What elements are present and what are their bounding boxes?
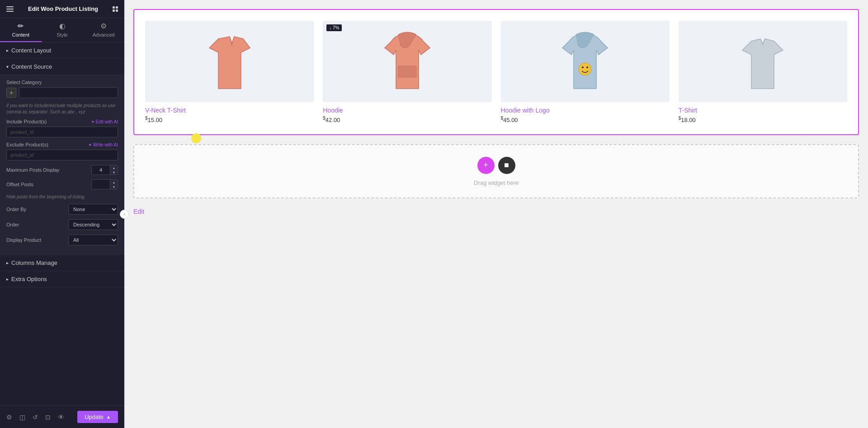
tab-style-label: Style: [57, 32, 67, 38]
select-category-label: Select Category: [6, 80, 118, 85]
product-grid-wrapper: V-Neck T-Shirt $15.00 ↓ 7%: [133, 9, 859, 135]
include-products-label: Include Product(s): [6, 119, 47, 124]
order-row: Order Descending Ascending: [6, 219, 118, 230]
main-content: V-Neck T-Shirt $15.00 ↓ 7%: [124, 0, 868, 428]
svg-point-1: [582, 66, 584, 68]
update-chevron-icon: ▲: [106, 414, 111, 419]
max-posts-up[interactable]: ▲: [110, 165, 118, 170]
footer-icons: ⚙ ◫ ↺ ⊡ 👁: [6, 414, 64, 421]
include-products-input[interactable]: [6, 127, 118, 137]
tab-content-label: Content: [12, 32, 30, 38]
section-content-source[interactable]: ▾ Content Source: [0, 59, 124, 75]
content-source-body: Select Category + if you want to include…: [0, 75, 124, 255]
offset-posts-spinners: ▲ ▼: [110, 180, 118, 189]
write-with-ai-link[interactable]: ✦ Write with AI: [88, 142, 118, 147]
offset-down[interactable]: ▼: [110, 184, 118, 189]
sparkle-icon: ✦: [91, 119, 94, 124]
include-products-label-row: Include Product(s) ✦ Edit with AI: [6, 119, 118, 124]
settings-icon[interactable]: ⚙: [6, 414, 12, 421]
tshirt-svg: [733, 30, 792, 93]
sidebar: Edit Woo Product Listing ✏ Content ◐ Sty…: [0, 0, 124, 428]
hint-text: if you want to include/exclude multiple …: [6, 103, 118, 115]
update-button[interactable]: Update ▲: [77, 411, 118, 423]
widget-icon[interactable]: ■: [498, 157, 515, 174]
product-image-2: [501, 21, 670, 102]
advanced-tab-icon: ⚙: [100, 22, 107, 30]
product-image-0: [145, 21, 314, 102]
product-price-2: $45.00: [501, 116, 670, 123]
order-by-select[interactable]: None Date Title Price Popularity Rating …: [68, 204, 118, 215]
sidebar-footer: ⚙ ◫ ↺ ⊡ 👁 Update ▲: [0, 405, 124, 428]
max-posts-spinners: ▲ ▼: [110, 165, 118, 174]
columns-manage-label: Columns Manage: [11, 259, 57, 266]
offset-up[interactable]: ▲: [110, 180, 118, 184]
grid-icon[interactable]: [113, 6, 118, 12]
display-product-select[interactable]: All On Sale Featured: [68, 235, 118, 245]
category-text-input[interactable]: [19, 87, 118, 98]
offset-hint: Hide posts from the beginning of listing…: [6, 194, 118, 200]
extra-options-label: Extra Options: [11, 276, 47, 282]
exclude-products-label: Exclude Product(s): [6, 142, 48, 147]
history-icon[interactable]: ↺: [33, 414, 38, 421]
eye-icon[interactable]: 👁: [58, 414, 64, 421]
sidebar-title: Edit Woo Product Listing: [14, 5, 113, 12]
product-card-3[interactable]: T-Shirt $18.00: [674, 16, 852, 128]
order-by-row: Order By None Date Title Price Popularit…: [6, 204, 118, 215]
tab-advanced-label: Advanced: [93, 32, 115, 38]
layers-icon[interactable]: ◫: [19, 414, 25, 421]
max-posts-row: Maximum Posts Display ▲ ▼: [6, 165, 118, 175]
svg-point-2: [586, 66, 588, 68]
product-name-3: T-Shirt: [679, 107, 847, 114]
max-posts-label: Maximum Posts Display: [6, 167, 91, 173]
content-tab-icon: ✏: [18, 22, 24, 30]
content-source-arrow: ▾: [6, 64, 9, 69]
product-price-3: $18.00: [679, 116, 847, 123]
product-card-2[interactable]: Hoodie with Logo $45.00: [496, 16, 674, 128]
sidebar-header: Edit Woo Product Listing: [0, 0, 124, 18]
offset-posts-label: Offset Posts: [6, 182, 91, 187]
offset-posts-input[interactable]: [92, 180, 110, 189]
sidebar-tabs: ✏ Content ◐ Style ⚙ Advanced: [0, 18, 124, 42]
style-tab-icon: ◐: [59, 22, 66, 30]
content-source-label: Content Source: [11, 63, 52, 70]
select-category-area: Select Category +: [6, 80, 118, 98]
section-extra-options[interactable]: ▸ Extra Options: [0, 271, 124, 287]
order-label: Order: [6, 222, 68, 227]
collapse-sidebar-button[interactable]: ‹: [120, 210, 129, 219]
product-image-3: [679, 21, 847, 102]
drag-icons: + ■: [477, 157, 515, 174]
hoodie-svg: [378, 30, 437, 93]
sparkle-icon-2: ✦: [88, 142, 92, 147]
category-add-button[interactable]: +: [6, 88, 16, 98]
tab-advanced[interactable]: ⚙ Advanced: [83, 18, 124, 42]
tab-content[interactable]: ✏ Content: [0, 18, 42, 42]
category-input-row: +: [6, 87, 118, 98]
add-widget-icon[interactable]: +: [477, 157, 495, 174]
order-select[interactable]: Descending Ascending: [68, 219, 118, 230]
svg-point-0: [579, 63, 591, 75]
section-content-layout[interactable]: ▸ Content Layout: [0, 42, 124, 59]
responsive-icon[interactable]: ⊡: [45, 414, 51, 421]
product-card-1[interactable]: ↓ 7% Hoodie $42.00: [318, 16, 496, 128]
product-name-0: V-Neck T-Shirt: [145, 107, 314, 114]
edit-link[interactable]: Edit: [133, 208, 144, 215]
content-layout-arrow: ▸: [6, 48, 9, 53]
edit-with-ai-link[interactable]: ✦ Edit with AI: [91, 119, 118, 124]
product-badge-1: ↓ 7%: [326, 24, 342, 31]
product-name-1: Hoodie: [323, 107, 491, 114]
product-grid: V-Neck T-Shirt $15.00 ↓ 7%: [141, 16, 852, 128]
content-layout-label: Content Layout: [11, 47, 51, 54]
exclude-products-input[interactable]: [6, 150, 118, 160]
product-card-0[interactable]: V-Neck T-Shirt $15.00: [141, 16, 318, 128]
section-columns-manage[interactable]: ▸ Columns Manage: [0, 255, 124, 271]
product-name-2: Hoodie with Logo: [501, 107, 670, 114]
max-posts-input[interactable]: [92, 165, 110, 174]
max-posts-down[interactable]: ▼: [110, 170, 118, 174]
sidebar-content: ▸ Content Layout ▾ Content Source Select…: [0, 42, 124, 428]
hamburger-icon[interactable]: [6, 6, 14, 12]
hoodie-logo-svg: [556, 30, 614, 93]
drag-widget-area[interactable]: + ■ Drag widget here: [133, 144, 859, 198]
tab-style[interactable]: ◐ Style: [42, 18, 83, 42]
product-image-1: ↓ 7%: [323, 21, 491, 102]
vneck-tshirt-svg: [200, 30, 259, 93]
